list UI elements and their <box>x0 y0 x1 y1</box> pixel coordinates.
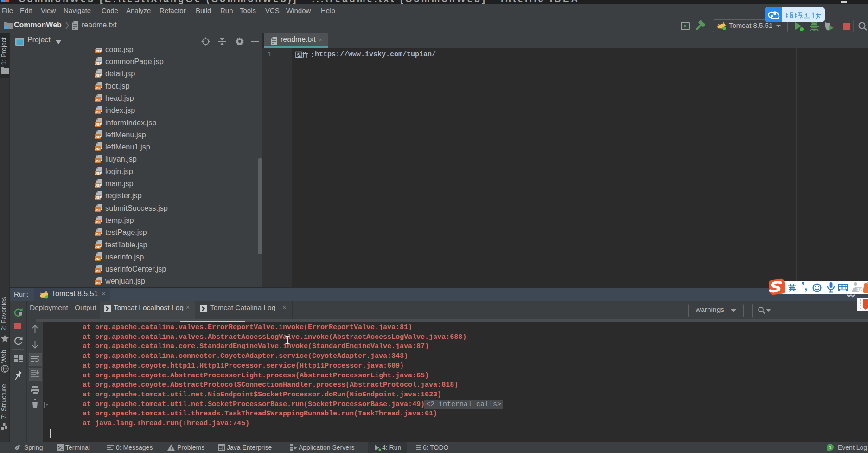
svg-text:JSP: JSP <box>95 207 102 212</box>
svg-text:19: 19 <box>857 287 862 291</box>
svg-text:JSP: JSP <box>95 73 102 78</box>
svg-text:JSP: JSP <box>95 171 102 175</box>
svg-text:JSP: JSP <box>95 49 102 53</box>
svg-text:JSP: JSP <box>95 147 102 151</box>
svg-text:JSP: JSP <box>95 244 102 248</box>
svg-text:JSP: JSP <box>95 195 102 200</box>
svg-text:JSP: JSP <box>95 257 102 261</box>
svg-text:1: 1 <box>829 445 832 450</box>
svg-text:JSP: JSP <box>95 135 102 139</box>
svg-text:JSP: JSP <box>95 269 102 273</box>
svg-text:JSP: JSP <box>95 159 102 163</box>
svg-text:JSP: JSP <box>95 61 102 65</box>
svg-text:JSP: JSP <box>95 281 102 285</box>
svg-text:JSP: JSP <box>95 183 102 188</box>
svg-text:JSP: JSP <box>95 220 102 224</box>
svg-text:JSP: JSP <box>95 110 102 114</box>
svg-text:JSP: JSP <box>95 85 102 90</box>
svg-text:JSP: JSP <box>95 122 102 126</box>
svg-text:JSP: JSP <box>95 98 102 102</box>
svg-text:JSP: JSP <box>95 232 102 236</box>
